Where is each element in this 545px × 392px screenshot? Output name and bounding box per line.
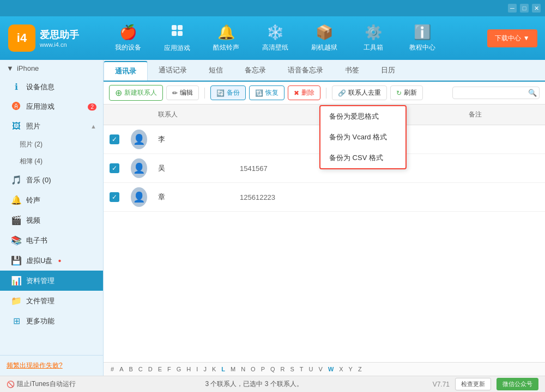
frequent-error-btn[interactable]: 频繁出现操作失败?: [7, 362, 63, 369]
alpha-f[interactable]: F: [166, 365, 173, 373]
search-box[interactable]: 🔍: [452, 87, 540, 99]
edit-btn[interactable]: ✏ 编辑: [166, 85, 199, 100]
alpha-l[interactable]: L: [220, 365, 227, 373]
th-note: 备注: [463, 108, 545, 121]
alpha-r[interactable]: R: [279, 365, 287, 373]
refresh-btn[interactable]: ↻ 刷新: [390, 85, 423, 100]
alpha-s[interactable]: S: [289, 365, 296, 373]
itunes-notice[interactable]: 🚫 阻止iTunes自动运行: [7, 379, 76, 389]
alpha-a[interactable]: A: [118, 365, 125, 373]
alpha-d[interactable]: D: [147, 365, 154, 373]
tab-call-log[interactable]: 通话记录: [148, 61, 198, 81]
alpha-o[interactable]: O: [249, 365, 257, 373]
nav-tab-ringtones[interactable]: 🔔 酷炫铃声: [202, 16, 251, 60]
row-note-1: [463, 137, 545, 142]
alpha-t[interactable]: T: [298, 365, 305, 373]
sidebar-item-apps[interactable]: 🅐 应用游戏 2: [0, 97, 103, 117]
backup-btn[interactable]: 🔄 备份: [210, 85, 246, 100]
alpha-b[interactable]: B: [127, 365, 134, 373]
itunes-icon: 🚫: [7, 381, 15, 388]
check-update-btn[interactable]: 检查更新: [455, 378, 491, 390]
alpha-u[interactable]: U: [307, 365, 315, 373]
nav-tab-wallpapers[interactable]: ❄️ 高清壁纸: [251, 16, 300, 60]
alpha-v[interactable]: V: [317, 365, 324, 373]
alpha-n[interactable]: N: [239, 365, 247, 373]
alpha-g[interactable]: G: [175, 365, 183, 373]
tab-voice-notes[interactable]: 语音备忘录: [277, 61, 334, 81]
version-label: V7.71: [433, 381, 450, 388]
sidebar-item-device-info[interactable]: ℹ 设备信息: [0, 77, 103, 97]
nav-tab-my-device[interactable]: 🍎 我的设备: [104, 16, 153, 60]
person-icon: 👤: [133, 191, 145, 203]
alpha-c[interactable]: C: [137, 365, 144, 373]
tab-bookmarks[interactable]: 书签: [334, 61, 370, 81]
sidebar-item-file-mgr[interactable]: 📁 文件管理: [0, 291, 103, 311]
main: ▼ iPhone ℹ 设备信息 🅐 应用游戏 2 🖼 照片 ▲ 照片 (2) 相…: [0, 60, 545, 376]
backup-csv-option[interactable]: 备份为 CSV 格式: [320, 148, 405, 168]
minimize-btn[interactable]: ─: [508, 4, 517, 13]
alpha-h[interactable]: H: [185, 365, 192, 373]
alpha-x[interactable]: X: [337, 365, 344, 373]
sidebar-item-photos[interactable]: 🖼 照片 ▲: [0, 117, 103, 136]
alpha-w[interactable]: W: [326, 365, 335, 373]
row-company-3: [343, 195, 463, 199]
backup-vcard-option[interactable]: 备份为 Vcard 格式: [320, 127, 405, 148]
ringtone-icon: 🔔: [11, 195, 22, 205]
tab-notes[interactable]: 备忘录: [234, 61, 277, 81]
nav-tab-tutorials[interactable]: ℹ️ 教程中心: [398, 16, 447, 60]
nav-tab-toolbox[interactable]: ⚙️ 工具箱: [349, 16, 398, 60]
nav-tab-jailbreak[interactable]: 📦 刷机越狱: [300, 16, 349, 60]
book-icon: 📚: [11, 235, 22, 246]
info-icon: ℹ️: [414, 24, 431, 41]
tab-sms[interactable]: 短信: [198, 61, 234, 81]
th-check: [104, 108, 125, 121]
alpha-j[interactable]: J: [202, 365, 208, 373]
delete-btn[interactable]: ✖ 删除: [288, 85, 320, 100]
tab-calendar[interactable]: 日历: [370, 61, 406, 81]
download-center-btn[interactable]: 下载中心 ▼: [487, 29, 537, 47]
sidebar-item-video[interactable]: 🎬 视频: [0, 210, 103, 230]
sidebar-item-virtual-udisk[interactable]: 💾 虚拟U盘 ●: [0, 250, 103, 271]
row-check-1[interactable]: ✓: [104, 132, 125, 146]
wechat-btn[interactable]: 微信公众号: [496, 378, 538, 390]
sidebar-item-music[interactable]: 🎵 音乐 (0): [0, 170, 103, 190]
sidebar-sub-albums[interactable]: 相簿 (4): [0, 153, 103, 170]
folder-icon: 📁: [11, 296, 22, 306]
alpha-e[interactable]: E: [156, 365, 164, 373]
checkbox-checked-icon: ✓: [110, 163, 119, 173]
new-contact-btn[interactable]: ⊕ 新建联系人: [109, 85, 163, 101]
alpha-y[interactable]: Y: [347, 365, 354, 373]
alpha-z[interactable]: Z: [356, 365, 364, 373]
sidebar-item-data-mgr[interactable]: 📊 资料管理: [0, 271, 103, 291]
sidebar-sub-photos[interactable]: 照片 (2): [0, 136, 103, 153]
alpha-k[interactable]: K: [210, 365, 217, 373]
row-check-2[interactable]: ✓: [104, 161, 125, 175]
alpha-hash[interactable]: #: [109, 365, 116, 373]
dot-badge: ●: [58, 258, 61, 264]
row-check-3[interactable]: ✓: [104, 190, 125, 204]
restore-btn[interactable]: 🔃 恢复: [249, 85, 284, 100]
alpha-i[interactable]: I: [195, 365, 199, 373]
close-btn[interactable]: ✕: [532, 4, 541, 13]
person-icon: 👤: [133, 133, 145, 145]
import-contacts-btn[interactable]: 🔗 联系人去重: [332, 85, 387, 100]
merge-icon: 🔗: [338, 89, 346, 97]
search-input[interactable]: [457, 89, 528, 97]
sidebar-item-ringtones[interactable]: 🔔 铃声: [0, 190, 103, 210]
divider-1: [204, 88, 205, 99]
alpha-m[interactable]: M: [229, 365, 237, 373]
sidebar-item-ebooks[interactable]: 📚 电子书: [0, 230, 103, 250]
iphone-section[interactable]: ▼ iPhone: [0, 60, 103, 77]
maximize-btn[interactable]: □: [520, 4, 529, 13]
table-row[interactable]: ✓ 👤 章 125612223: [104, 183, 545, 212]
row-phone-3: 125612223: [234, 191, 343, 204]
row-name-2: 吴: [153, 161, 234, 175]
tab-contacts[interactable]: 通讯录: [104, 61, 148, 81]
person-icon: 👤: [133, 162, 145, 174]
nav-tab-apps-games[interactable]: 应用游戏: [153, 16, 202, 60]
alpha-p[interactable]: P: [259, 365, 267, 373]
backup-i4-option[interactable]: 备份为爱思格式: [320, 106, 405, 127]
box-icon: 📦: [316, 24, 333, 41]
alpha-q[interactable]: Q: [269, 365, 277, 373]
sidebar-item-more[interactable]: ⊞ 更多功能: [0, 311, 103, 331]
